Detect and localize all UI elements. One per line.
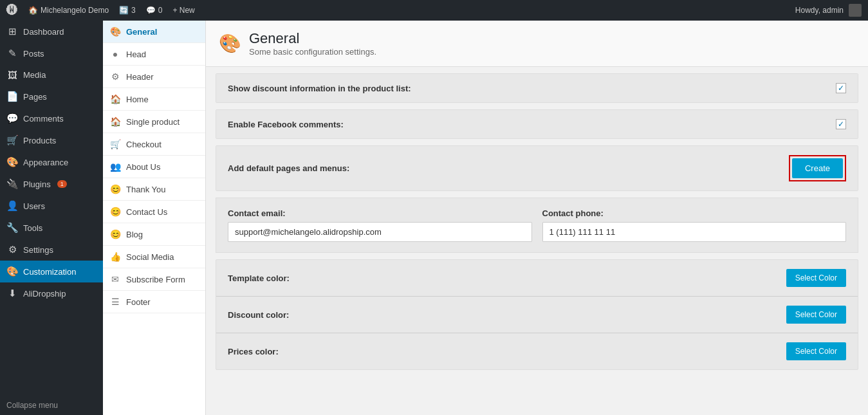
sidebar-item-plugins[interactable]: 🔌 Plugins 1	[0, 173, 103, 195]
sub-label-blog: Blog	[126, 230, 143, 239]
sidebar-item-comments[interactable]: 💬 Comments	[0, 107, 103, 129]
comments-sidebar-icon: 💬	[6, 113, 18, 124]
sidebar-item-posts[interactable]: ✎ Posts	[0, 42, 103, 64]
dashboard-icon: ⊞	[6, 26, 18, 37]
discount-color-label: Discount color:	[228, 310, 786, 320]
sidebar-label-dashboard: Dashboard	[23, 27, 64, 37]
sidebar-label-posts: Posts	[23, 49, 44, 59]
sub-subscribe-form-icon: ✉	[109, 274, 121, 284]
sidebar-label-comments: Comments	[23, 114, 64, 124]
products-icon: 🛒	[6, 134, 18, 146]
sub-checkout-icon: 🛒	[109, 139, 121, 149]
updates-icon: 🔄	[119, 6, 129, 15]
sub-sidebar-item-home[interactable]: 🏠 Home	[103, 88, 205, 111]
page-title: General	[249, 30, 376, 47]
sub-sidebar-item-single-product[interactable]: 🏠 Single product	[103, 111, 205, 133]
pages-icon: 📄	[6, 91, 18, 102]
admin-bar-right: Howdy, admin	[795, 4, 862, 17]
sub-sidebar-item-contact-us[interactable]: 😊 Contact Us	[103, 201, 205, 223]
template-color-row: Template color: Select Color	[216, 260, 858, 297]
add-default-pages-label: Add default pages and menus:	[228, 163, 789, 173]
sidebar-item-media[interactable]: 🖼 Media	[0, 64, 103, 86]
show-discount-section: Show discount information in the product…	[216, 73, 858, 103]
sub-sidebar-item-blog[interactable]: 😊 Blog	[103, 223, 205, 246]
contact-grid: Contact email: Contact phone:	[228, 208, 846, 242]
admin-bar-updates[interactable]: 🔄 3	[119, 6, 136, 15]
contact-email-label: Contact email:	[228, 208, 532, 218]
sub-sidebar-item-thank-you[interactable]: 😊 Thank You	[103, 178, 205, 201]
sub-header-icon: ⚙	[109, 71, 121, 82]
page-subtitle: Some basic configuration settings.	[249, 47, 376, 57]
show-discount-label: Show discount information in the product…	[228, 84, 836, 93]
sidebar: ⊞ Dashboard ✎ Posts 🖼 Media 📄 Pages 💬 Co…	[0, 21, 103, 415]
prices-color-label: Prices color:	[228, 347, 786, 356]
sub-sidebar-item-footer[interactable]: ☰ Footer	[103, 291, 205, 313]
show-discount-control: ✓	[836, 83, 846, 93]
admin-bar-comments[interactable]: 💬 0	[146, 6, 163, 15]
contact-email-input[interactable]	[228, 222, 532, 242]
create-button-highlight: Create	[789, 155, 846, 181]
main-content: 🎨 General Some basic configuration setti…	[206, 21, 868, 415]
sub-label-head: Head	[126, 50, 146, 59]
template-color-button[interactable]: Select Color	[786, 269, 846, 287]
admin-bar-new[interactable]: + New	[172, 6, 194, 15]
sidebar-item-dashboard[interactable]: ⊞ Dashboard	[0, 21, 103, 42]
sub-label-general: General	[126, 27, 157, 37]
plugins-badge: 1	[57, 180, 67, 188]
discount-color-button[interactable]: Select Color	[786, 306, 846, 324]
sub-label-footer: Footer	[126, 297, 151, 307]
contact-phone-group: Contact phone:	[542, 208, 847, 242]
sidebar-item-products[interactable]: 🛒 Products	[0, 129, 103, 151]
sub-sidebar-item-head[interactable]: ● Head	[103, 43, 205, 66]
create-button[interactable]: Create	[792, 158, 843, 178]
sidebar-label-pages: Pages	[23, 92, 47, 102]
sub-blog-icon: 😊	[109, 229, 121, 239]
sidebar-item-settings[interactable]: ⚙ Settings	[0, 239, 103, 261]
tools-icon: 🔧	[6, 222, 18, 234]
sidebar-item-users[interactable]: 👤 Users	[0, 195, 103, 217]
appearance-icon: 🎨	[6, 156, 18, 168]
sidebar-label-products: Products	[23, 136, 56, 145]
sidebar-item-tools[interactable]: 🔧 Tools	[0, 217, 103, 239]
sidebar-item-pages[interactable]: 📄 Pages	[0, 86, 103, 107]
sidebar-label-alidropship: AliDropship	[23, 289, 66, 299]
show-discount-row: Show discount information in the product…	[216, 74, 858, 102]
sidebar-label-plugins: Plugins	[23, 180, 51, 189]
sub-sidebar-item-social-media[interactable]: 👍 Social Media	[103, 246, 205, 268]
home-icon: 🏠	[28, 6, 38, 15]
contact-phone-label: Contact phone:	[542, 208, 847, 218]
sub-sidebar: 🎨 General ● Head ⚙ Header 🏠 Home 🏠 Singl…	[103, 21, 206, 415]
add-default-pages-row: Add default pages and menus: Create	[216, 146, 858, 190]
enable-facebook-checkbox[interactable]: ✓	[836, 119, 846, 129]
sub-about-us-icon: 👥	[109, 161, 121, 172]
prices-color-button[interactable]: Select Color	[786, 342, 846, 360]
page-header: 🎨 General Some basic configuration setti…	[206, 21, 868, 67]
sidebar-label-settings: Settings	[23, 245, 53, 255]
contact-phone-input[interactable]	[542, 222, 847, 242]
sub-label-home: Home	[126, 95, 149, 104]
sub-sidebar-item-about-us[interactable]: 👥 About Us	[103, 156, 205, 178]
sub-label-social-media: Social Media	[126, 252, 174, 262]
admin-bar-site-name[interactable]: 🏠 Michelangelo Demo	[28, 6, 109, 15]
contact-section: Contact email: Contact phone:	[216, 198, 858, 253]
sidebar-item-customization[interactable]: 🎨 Customization	[0, 261, 103, 282]
contact-email-group: Contact email:	[228, 208, 532, 242]
sub-sidebar-item-general[interactable]: 🎨 General	[103, 21, 205, 43]
sub-sidebar-item-subscribe-form[interactable]: ✉ Subscribe Form	[103, 268, 205, 291]
show-discount-checkbox[interactable]: ✓	[836, 83, 846, 93]
collapse-menu[interactable]: Collapse menu	[0, 396, 103, 415]
sub-label-subscribe-form: Subscribe Form	[126, 275, 185, 284]
layout: ⊞ Dashboard ✎ Posts 🖼 Media 📄 Pages 💬 Co…	[0, 21, 868, 415]
sidebar-item-alidropship[interactable]: ⬇ AliDropship	[0, 282, 103, 304]
sidebar-label-customization: Customization	[23, 267, 76, 277]
enable-facebook-control: ✓	[836, 119, 846, 129]
sub-sidebar-item-checkout[interactable]: 🛒 Checkout	[103, 133, 205, 156]
sub-label-single-product: Single product	[126, 117, 180, 127]
howdy-text: Howdy, admin	[795, 6, 844, 15]
sub-sidebar-item-header[interactable]: ⚙ Header	[103, 66, 205, 88]
admin-bar-left: 🅦 🏠 Michelangelo Demo 🔄 3 💬 0 + New	[6, 4, 785, 17]
wp-logo-icon[interactable]: 🅦	[6, 4, 18, 17]
sidebar-item-appearance[interactable]: 🎨 Appearance	[0, 151, 103, 173]
enable-facebook-section: Enable Facebook comments: ✓	[216, 109, 858, 139]
add-default-pages-section: Add default pages and menus: Create	[216, 145, 858, 191]
